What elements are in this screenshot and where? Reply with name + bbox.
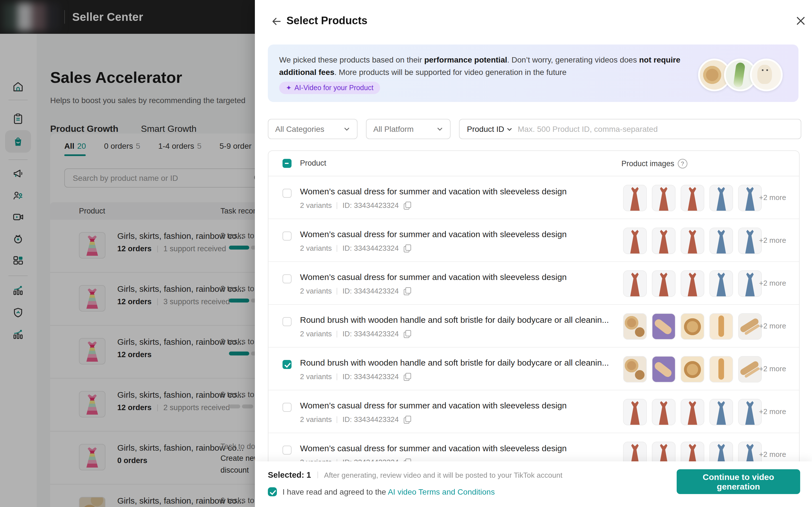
more-images-label: +2 more (759, 193, 786, 202)
product-title: Women’s casual dress for summer and vaca… (300, 400, 567, 410)
dress-red-thumb (623, 185, 647, 211)
modal-footer: Selected: 1 After generating, review vid… (255, 461, 812, 507)
brush-2-thumb (652, 313, 675, 340)
more-images-label: +2 more (759, 450, 786, 459)
banner-text: We picked these products based on their … (279, 54, 719, 78)
product-row[interactable]: Women’s casual dress for summer and vaca… (268, 262, 799, 305)
terms-checkbox[interactable] (268, 487, 277, 496)
brush-4-thumb (709, 356, 733, 383)
terms-link[interactable]: AI video Terms and Conditions (388, 487, 495, 496)
selected-count: Selected: 1 (268, 470, 311, 480)
product-images (623, 228, 762, 254)
product-id-type-select[interactable]: Product ID (467, 124, 513, 133)
dress-blue-thumb (738, 185, 762, 211)
more-images-label: +2 more (759, 236, 786, 244)
brush-1-thumb (623, 313, 647, 340)
divider (337, 202, 338, 209)
row-checkbox[interactable] (283, 189, 292, 198)
close-icon[interactable] (795, 15, 806, 26)
continue-button[interactable]: Continue to video generation (677, 469, 800, 494)
divider (317, 471, 318, 478)
product-images (623, 356, 762, 383)
dress-red-thumb (680, 399, 704, 425)
dress-blue-thumb (738, 228, 762, 254)
product-images (623, 270, 762, 297)
row-checkbox[interactable] (283, 360, 292, 369)
more-images-label: +2 more (759, 364, 786, 373)
products-table: Product Product images ? Women’s casual … (268, 151, 800, 490)
row-checkbox[interactable] (283, 317, 292, 326)
brush-5-thumb (738, 356, 762, 383)
product-row[interactable]: Women’s casual dress for summer and vaca… (268, 176, 799, 219)
divider (337, 245, 338, 251)
product-id-input[interactable] (516, 124, 794, 134)
product-meta: 2 variants ID: 33434423324 (300, 372, 410, 381)
platform-select[interactable]: All Platform (366, 119, 451, 139)
copy-icon[interactable] (404, 287, 410, 295)
screen: Seller Center (0, 0, 812, 507)
product-title: Round brush with wooden handle and soft … (300, 315, 609, 325)
product-row[interactable]: Round brush with wooden handle and soft … (268, 348, 799, 390)
chevron-down-icon (437, 126, 443, 132)
copy-icon[interactable] (404, 202, 410, 209)
row-checkbox[interactable] (283, 446, 292, 455)
dress-red-thumb (652, 270, 675, 297)
dress-red-thumb (652, 228, 675, 254)
copy-icon[interactable] (404, 330, 410, 337)
product-images (623, 185, 762, 211)
plush-toy-avatar (750, 59, 783, 91)
products-table-header: Product Product images ? (268, 151, 799, 176)
dress-blue-thumb (709, 228, 733, 254)
dress-red-thumb (623, 228, 647, 254)
brush-3-thumb (680, 356, 704, 383)
more-images-label: +2 more (759, 407, 786, 416)
product-row[interactable]: Women’s casual dress for summer and vaca… (268, 219, 799, 262)
more-images-label: +2 more (759, 322, 786, 330)
modal-title: Select Products (287, 15, 367, 27)
product-meta: 2 variants ID: 33434423324 (300, 201, 410, 210)
categories-select[interactable]: All Categories (268, 119, 357, 139)
column-product: Product (300, 159, 326, 167)
dress-red-thumb (652, 185, 675, 211)
dress-red-thumb (680, 228, 704, 254)
help-icon[interactable]: ? (678, 159, 688, 168)
dress-red-thumb (623, 270, 647, 297)
divider (337, 330, 338, 337)
sparkle-icon: ✦ (286, 84, 292, 92)
chevron-down-icon (343, 126, 350, 132)
divider (337, 373, 338, 380)
modal-filters: All Categories All Platform Product ID (268, 119, 801, 139)
brush-3-thumb (680, 313, 704, 340)
product-meta: 2 variants ID: 33434423324 (300, 415, 410, 424)
row-checkbox[interactable] (283, 403, 292, 412)
post-note: After generating, review video and it wi… (324, 471, 562, 479)
products-table-body: Women’s casual dress for summer and vaca… (268, 176, 799, 476)
row-checkbox[interactable] (283, 231, 292, 240)
column-product-images: Product images ? (621, 159, 688, 168)
product-title: Women’s casual dress for summer and vaca… (300, 443, 567, 453)
brush-5-thumb (738, 313, 762, 340)
select-all-checkbox[interactable] (283, 159, 292, 168)
dress-red-thumb (623, 399, 647, 425)
divider (337, 288, 338, 294)
copy-icon[interactable] (404, 244, 410, 252)
product-row[interactable]: Round brush with wooden handle and soft … (268, 305, 799, 348)
row-checkbox[interactable] (283, 274, 292, 283)
product-images (623, 313, 762, 340)
product-title: Women’s casual dress for summer and vaca… (300, 229, 567, 239)
product-meta: 2 variants ID: 33434423324 (300, 330, 410, 338)
brush-2-thumb (652, 356, 675, 383)
dress-blue-thumb (709, 399, 733, 425)
copy-icon[interactable] (404, 416, 410, 423)
dress-red-thumb (680, 185, 704, 211)
more-images-label: +2 more (759, 279, 786, 287)
back-icon[interactable] (270, 15, 283, 27)
dress-blue-thumb (738, 270, 762, 297)
brush-1-thumb (623, 356, 647, 383)
product-title: Round brush with wooden handle and soft … (300, 358, 609, 367)
terms-row: I have read and agreed to the AI video T… (268, 487, 495, 496)
dress-blue-thumb (709, 270, 733, 297)
product-meta: 2 variants ID: 33434423324 (300, 287, 410, 295)
copy-icon[interactable] (404, 373, 410, 380)
product-row[interactable]: Women’s casual dress for summer and vaca… (268, 390, 799, 433)
